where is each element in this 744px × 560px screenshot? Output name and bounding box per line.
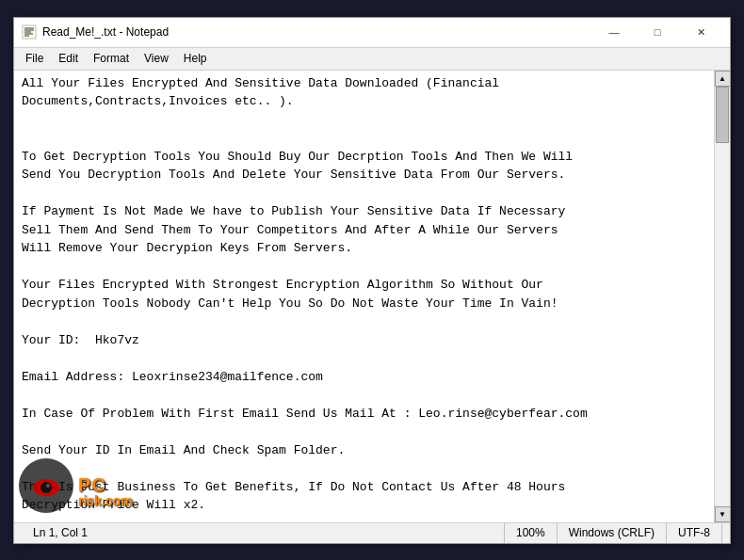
- maximize-button[interactable]: □: [636, 17, 679, 47]
- close-button[interactable]: ✕: [679, 17, 722, 47]
- editor-wrapper: All Your Files Encrypted And Sensitive D…: [14, 71, 730, 522]
- scroll-down-arrow[interactable]: ▼: [715, 506, 731, 522]
- minimize-button[interactable]: —: [592, 17, 636, 47]
- menu-file[interactable]: File: [18, 50, 51, 67]
- menu-bar: File Edit Format View Help: [14, 48, 730, 71]
- scrollbar[interactable]: ▲ ▼: [714, 71, 730, 522]
- status-position: Ln 1, Col 1: [22, 523, 505, 543]
- title-bar: Read_Me!_.txt - Notepad — □ ✕: [14, 18, 730, 48]
- status-encoding: UTF-8: [667, 523, 722, 543]
- status-bar: Ln 1, Col 1 100% Windows (CRLF) UTF-8: [14, 522, 730, 543]
- menu-help[interactable]: Help: [176, 50, 215, 67]
- window-controls: — □ ✕: [592, 17, 722, 47]
- menu-format[interactable]: Format: [86, 50, 137, 67]
- window-title: Read_Me!_.txt - Notepad: [42, 25, 592, 39]
- scroll-thumb[interactable]: [716, 87, 729, 143]
- menu-edit[interactable]: Edit: [51, 50, 86, 67]
- status-zoom: 100%: [505, 523, 558, 543]
- scroll-up-arrow[interactable]: ▲: [715, 71, 731, 87]
- app-icon: [22, 24, 37, 40]
- status-line-ending: Windows (CRLF): [558, 523, 667, 543]
- scroll-track[interactable]: [715, 87, 730, 506]
- text-editor[interactable]: All Your Files Encrypted And Sensitive D…: [14, 71, 714, 522]
- notepad-window: Read_Me!_.txt - Notepad — □ ✕ File Edit …: [13, 17, 731, 544]
- menu-view[interactable]: View: [137, 50, 176, 67]
